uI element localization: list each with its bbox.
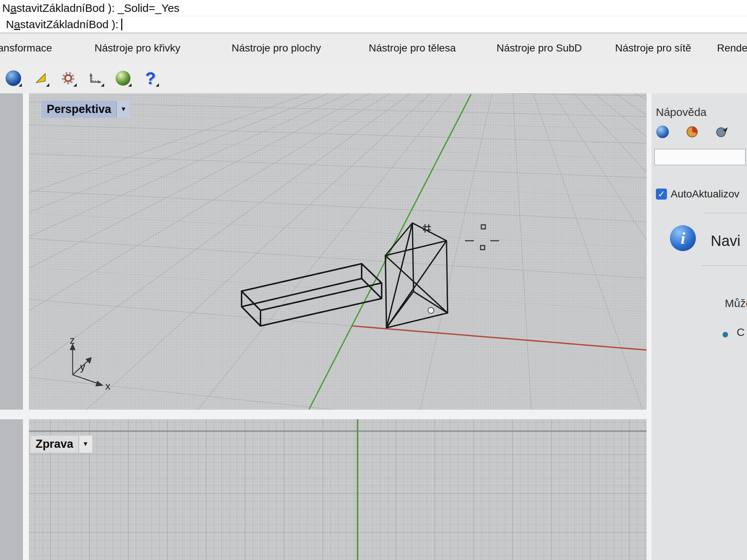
tab-nastroje-pro-krivky[interactable]: Nástroje pro křivky xyxy=(94,33,180,63)
flyout-corner-icon xyxy=(73,83,77,87)
flyout-corner-icon xyxy=(101,83,104,87)
tab-nastroje-pro-plochy[interactable]: Nástroje pro plochy xyxy=(232,33,321,63)
auto-update-label[interactable]: AutoAktualizov xyxy=(671,188,739,200)
sphere-tool-icon[interactable] xyxy=(4,69,22,87)
right-view-green-axis xyxy=(357,419,358,560)
axis-label-y: y xyxy=(80,361,85,373)
panel-divider-line xyxy=(703,213,747,213)
question-mark-icon: ? xyxy=(145,68,156,88)
command-area: NastavitZákladníBod ): _Solid=_Yes Nasta… xyxy=(0,0,747,33)
help-globe-tab-icon[interactable] xyxy=(715,125,728,139)
blue-sphere-icon xyxy=(656,126,669,138)
box-solid-wireframe[interactable] xyxy=(242,264,382,326)
axis-triad xyxy=(70,344,102,386)
viewport-dropdown-zprava[interactable]: ▼ xyxy=(79,436,92,453)
left-splitter[interactable] xyxy=(23,93,29,560)
axis-label-x: x xyxy=(105,380,110,392)
help-tool-icon[interactable]: ? xyxy=(142,69,159,87)
auto-update-checkbox[interactable]: ✓ xyxy=(656,189,667,200)
bullet-dot-icon xyxy=(723,332,728,337)
command-history-line: NastavitZákladníBod ): _Solid=_Yes xyxy=(0,0,747,16)
panel-vertical-splitter[interactable] xyxy=(647,93,651,560)
perspective-viewport[interactable]: z y x Perspektiva ▼ xyxy=(29,93,647,410)
pie-chart-icon xyxy=(686,126,698,138)
right-view-viewport[interactable]: Zprava ▼ xyxy=(29,419,647,560)
chevron-down-icon: ▼ xyxy=(120,106,127,113)
measure-cplane-icon[interactable] xyxy=(87,69,104,87)
tab-nastroje-pro-subd[interactable]: Nástroje pro SubD xyxy=(497,33,582,63)
rhino-window: NastavitZákladníBod ): _Solid=_Yes Nasta… xyxy=(0,0,747,560)
info-icon[interactable]: i xyxy=(670,225,696,251)
gear-settings-icon[interactable] xyxy=(59,69,77,87)
auto-update-row: ✓ AutoAktualizov xyxy=(656,188,747,200)
globe-render-icon[interactable] xyxy=(114,69,132,87)
cursor-crosshair xyxy=(465,225,499,250)
command-input-line[interactable]: NastavitZákladníBod ): xyxy=(0,16,747,32)
flyout-corner-icon xyxy=(19,83,22,87)
sphere-arrow-icon xyxy=(716,126,728,138)
tab-transformace[interactable]: ansformace xyxy=(0,33,52,63)
flyout-corner-icon xyxy=(128,83,132,87)
tab-nastroje-pro-site[interactable]: Nástroje pro sítě xyxy=(615,33,691,63)
viewport-label-zprava[interactable]: Zprava xyxy=(30,436,79,453)
help-paragraph-text: Může xyxy=(725,297,747,310)
viewport-horizontal-splitter[interactable] xyxy=(0,410,651,419)
point-object[interactable] xyxy=(428,307,434,313)
tab-render[interactable]: Rende xyxy=(717,33,747,63)
chevron-down-icon: ▼ xyxy=(82,440,89,448)
help-sphere-tab-icon[interactable] xyxy=(656,125,669,139)
help-panel: Nápověda ✓ AutoAktualizov xyxy=(651,93,747,560)
help-search-input[interactable] xyxy=(654,149,746,165)
right-view-horizontal-axis xyxy=(29,431,647,432)
flyout-corner-icon xyxy=(46,83,49,87)
viewport-dropdown-perspektiva[interactable]: ▼ xyxy=(116,101,130,118)
check-icon: ✓ xyxy=(658,189,665,199)
help-pie-tab-icon[interactable] xyxy=(685,125,699,139)
toolbar-tab-bar: ansformace Nástroje pro křivky Nástroje … xyxy=(0,33,747,63)
help-bullet-item: C xyxy=(737,326,745,339)
text-caret xyxy=(121,19,122,30)
info-letter: i xyxy=(681,229,685,248)
x-axis-red-line xyxy=(352,326,647,350)
axis-label-z: z xyxy=(70,334,75,346)
tab-nastroje-pro-telesa[interactable]: Nástroje pro tělesa xyxy=(369,33,456,63)
toolbar-icon-row: ? xyxy=(0,63,747,93)
help-panel-icon-row xyxy=(656,125,728,139)
fine-grid-overlay xyxy=(29,419,647,560)
selection-flag-icon[interactable] xyxy=(32,69,50,87)
help-panel-title: Nápověda xyxy=(656,106,707,119)
viewport-label-perspektiva[interactable]: Perspektiva xyxy=(42,101,116,118)
panel-divider-line xyxy=(701,265,747,266)
right-viewport-title: Zprava ▼ xyxy=(30,436,92,453)
left-dock-strip xyxy=(0,93,23,560)
flyout-corner-icon xyxy=(156,83,159,87)
triangular-prism-wireframe[interactable] xyxy=(385,223,448,328)
perspective-canvas: z y x xyxy=(29,93,647,410)
help-nav-heading: Navi xyxy=(711,233,740,249)
yellow-flag-icon xyxy=(34,71,47,85)
grid-lines-x-minor xyxy=(29,93,647,312)
perspective-viewport-title: Perspektiva ▼ xyxy=(42,101,130,118)
